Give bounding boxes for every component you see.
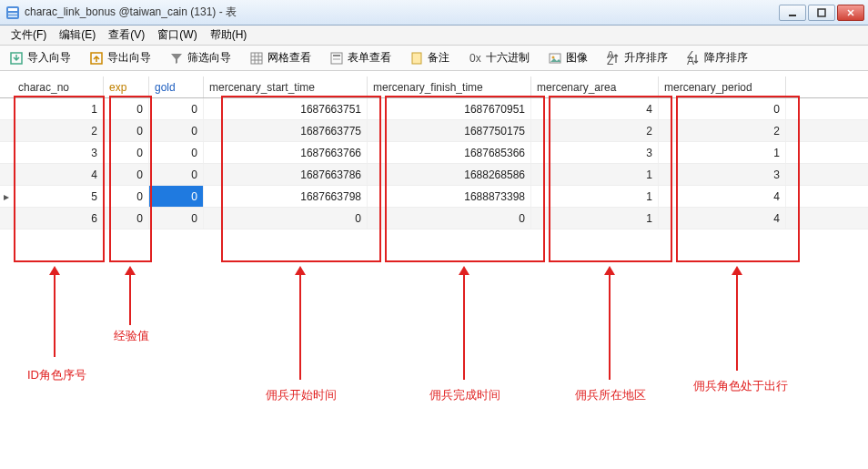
- table-row[interactable]: 3001687663766168768536631: [0, 142, 868, 164]
- svg-rect-1: [8, 8, 17, 11]
- cell-charac_no[interactable]: 4: [13, 164, 104, 185]
- maximize-icon: [817, 8, 826, 17]
- cell-mercenary_start_time[interactable]: 0: [204, 208, 368, 229]
- table-row[interactable]: 2001687663775168775017522: [0, 120, 868, 142]
- memo-icon: [409, 51, 424, 66]
- svg-rect-4: [789, 15, 796, 16]
- cell-gold[interactable]: 0: [149, 208, 204, 229]
- import-icon: [9, 51, 24, 66]
- cell-exp[interactable]: 0: [104, 120, 149, 141]
- cell-mercenary_period[interactable]: 3: [659, 164, 786, 185]
- toolbar-label: 备注: [428, 50, 449, 66]
- cell-mercenary_area[interactable]: 2: [531, 120, 659, 141]
- column-header-charac_no[interactable]: charac_no: [13, 76, 104, 97]
- memo-button[interactable]: 备注: [406, 48, 453, 67]
- cell-mercenary_finish_time[interactable]: 1688268586: [368, 164, 531, 185]
- image-button[interactable]: 图像: [544, 48, 591, 67]
- cell-mercenary_finish_time[interactable]: 1688873398: [368, 186, 531, 207]
- menubar: 文件(F) 编辑(E) 查看(V) 窗口(W) 帮助(H): [0, 25, 868, 46]
- cell-exp[interactable]: 0: [104, 164, 149, 185]
- cell-mercenary_period[interactable]: 2: [659, 120, 786, 141]
- cell-mercenary_start_time[interactable]: 1687663775: [204, 120, 368, 141]
- cell-charac_no[interactable]: 1: [13, 98, 104, 119]
- cell-mercenary_period[interactable]: 4: [659, 208, 786, 229]
- cell-mercenary_area[interactable]: 3: [531, 142, 659, 163]
- toolbar: 导入向导 导出向导 筛选向导 网格查看 表单查看 备注 0x 十六进制 图像 A…: [0, 46, 868, 71]
- column-header-gold[interactable]: gold: [149, 76, 204, 97]
- grid-view-button[interactable]: 网格查看: [246, 48, 315, 67]
- cell-mercenary_start_time[interactable]: 1687663766: [204, 142, 368, 163]
- table-row[interactable]: 4001687663786168826858613: [0, 164, 868, 186]
- filter-icon: [169, 51, 184, 66]
- svg-rect-2: [8, 13, 17, 15]
- menu-edit[interactable]: 编辑(E): [54, 25, 101, 45]
- cell-mercenary_area[interactable]: 1: [531, 186, 659, 207]
- maximize-button[interactable]: [808, 5, 835, 21]
- cell-gold[interactable]: 0: [149, 164, 204, 185]
- column-header-exp[interactable]: exp: [104, 76, 149, 97]
- cell-gold[interactable]: 0: [149, 98, 204, 119]
- export-wizard-button[interactable]: 导出向导: [86, 48, 155, 67]
- svg-rect-5: [818, 9, 825, 16]
- menu-view[interactable]: 查看(V): [103, 25, 150, 45]
- filter-wizard-button[interactable]: 筛选向导: [166, 48, 235, 67]
- svg-text:0x: 0x: [469, 52, 481, 65]
- toolbar-label: 导出向导: [107, 50, 151, 66]
- svg-rect-18: [412, 53, 421, 64]
- cell-gold[interactable]: 0: [149, 142, 204, 163]
- cell-exp[interactable]: 0: [104, 186, 149, 207]
- cell-charac_no[interactable]: 2: [13, 120, 104, 141]
- row-indicator: [0, 164, 13, 185]
- menu-file[interactable]: 文件(F): [5, 25, 52, 45]
- cell-charac_no[interactable]: 5: [13, 186, 104, 207]
- window-title: charac_link_bonus @taiwan_cain (131) - 表: [25, 5, 237, 20]
- column-header-mercenary_finish_time[interactable]: mercenary_finish_time: [368, 76, 531, 97]
- column-header-mercenary_period[interactable]: mercenary_period: [659, 76, 786, 97]
- svg-rect-17: [333, 58, 340, 60]
- menu-help[interactable]: 帮助(H): [205, 25, 253, 45]
- data-table[interactable]: charac_noexpgoldmercenary_start_timemerc…: [0, 76, 868, 229]
- column-header-mercenary_area[interactable]: mercenary_area: [531, 76, 659, 97]
- column-header-mercenary_start_time[interactable]: mercenary_start_time: [204, 76, 368, 97]
- svg-rect-16: [333, 55, 340, 56]
- cell-mercenary_area[interactable]: 1: [531, 164, 659, 185]
- annotation-finish: 佣兵完成时间: [429, 387, 500, 403]
- table-row[interactable]: 1001687663751168767095140: [0, 98, 868, 120]
- menu-window[interactable]: 窗口(W): [152, 25, 202, 45]
- import-wizard-button[interactable]: 导入向导: [5, 48, 75, 67]
- toolbar-label: 十六进制: [486, 50, 530, 66]
- cell-mercenary_start_time[interactable]: 1687663786: [204, 164, 368, 185]
- cell-mercenary_finish_time[interactable]: 1687750175: [368, 120, 531, 141]
- sort-asc-button[interactable]: AZ 升序排序: [602, 48, 671, 67]
- minimize-button[interactable]: [779, 5, 806, 21]
- table-row[interactable]: ▸5001687663798168887339814: [0, 186, 868, 208]
- cell-charac_no[interactable]: 6: [13, 208, 104, 229]
- hex-button[interactable]: 0x 十六进制: [464, 48, 533, 67]
- cell-gold[interactable]: 0: [149, 120, 204, 141]
- toolbar-label: 升序排序: [624, 50, 668, 66]
- cell-exp[interactable]: 0: [104, 98, 149, 119]
- cell-mercenary_area[interactable]: 1: [531, 208, 659, 229]
- table-row[interactable]: 6000014: [0, 208, 868, 229]
- cell-exp[interactable]: 0: [104, 208, 149, 229]
- cell-mercenary_area[interactable]: 4: [531, 98, 659, 119]
- cell-mercenary_start_time[interactable]: 1687663798: [204, 186, 368, 207]
- annotation-period: 佣兵角色处于出行: [693, 378, 788, 394]
- annotation-exp: 经验值: [114, 328, 149, 344]
- cell-mercenary_start_time[interactable]: 1687663751: [204, 98, 368, 119]
- close-icon: [846, 8, 855, 17]
- cell-mercenary_finish_time[interactable]: 1687670951: [368, 98, 531, 119]
- cell-mercenary_finish_time[interactable]: 1687685366: [368, 142, 531, 163]
- cell-mercenary_period[interactable]: 0: [659, 98, 786, 119]
- toolbar-label: 网格查看: [267, 50, 311, 66]
- close-button[interactable]: [837, 5, 864, 21]
- cell-mercenary_period[interactable]: 1: [659, 142, 786, 163]
- cell-mercenary_period[interactable]: 4: [659, 186, 786, 207]
- form-view-button[interactable]: 表单查看: [326, 48, 395, 67]
- cell-mercenary_finish_time[interactable]: 0: [368, 208, 531, 229]
- cell-exp[interactable]: 0: [104, 142, 149, 163]
- image-icon: [548, 51, 562, 66]
- cell-charac_no[interactable]: 3: [13, 142, 104, 163]
- sort-desc-button[interactable]: ZA 降序排序: [682, 48, 752, 67]
- cell-gold[interactable]: 0: [149, 186, 204, 207]
